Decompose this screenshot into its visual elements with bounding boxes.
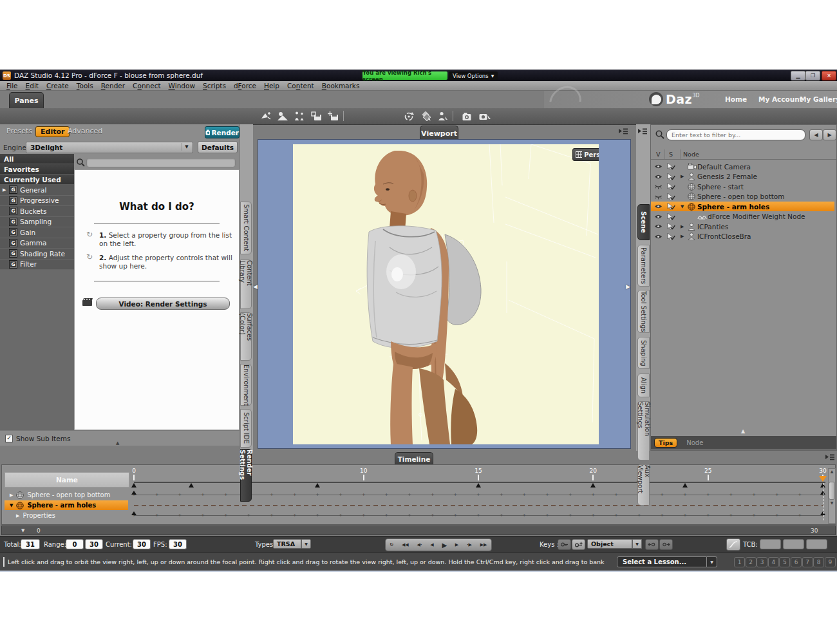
play-range-start-button[interactable]: ◀·	[417, 542, 422, 547]
tab-aux-viewport[interactable]: Aux Viewport	[637, 464, 650, 506]
go-to-start-button[interactable]: ◀◀	[402, 542, 409, 547]
lesson-number-6[interactable]: 6	[791, 557, 802, 567]
lesson-dropdown[interactable]: Select a Lesson...	[617, 556, 707, 567]
lesson-number-5[interactable]: 5	[779, 557, 790, 567]
rotate-tool-icon[interactable]	[402, 110, 416, 122]
scene-pane-options-icon[interactable]	[637, 128, 648, 135]
tab-advanced[interactable]: Advanced	[68, 127, 102, 135]
close-button[interactable]: ✕	[822, 71, 836, 80]
keyframe-marker[interactable]	[131, 491, 136, 495]
lesson-number-8[interactable]: 8	[813, 557, 824, 567]
select-pointer-icon[interactable]	[667, 163, 675, 170]
save-asset-icon[interactable]	[309, 110, 323, 122]
eye-open-icon[interactable]	[654, 174, 663, 180]
tcb-box-1[interactable]	[760, 539, 781, 549]
lesson-number-4[interactable]: 4	[768, 557, 779, 567]
lesson-number-9[interactable]: 9	[825, 557, 836, 567]
link-my-gallery[interactable]: My Gallery	[800, 95, 837, 103]
tab-simulation-settings[interactable]: Simulation Settings	[637, 401, 650, 460]
timeline-pane-options-icon[interactable]	[825, 453, 835, 461]
scene-node-icpanties[interactable]: ▶ICPanties	[651, 222, 834, 231]
create-environment-icon[interactable]	[276, 110, 290, 122]
engine-dropdown[interactable]: 3Delight ▼	[26, 142, 193, 153]
tab-script-ide[interactable]: Script IDE	[240, 409, 252, 448]
menu-edit[interactable]: Edit	[22, 82, 42, 90]
menu-window[interactable]: Window	[165, 82, 199, 90]
view-options-button[interactable]: View Options▼	[449, 71, 498, 80]
keyframe-marker[interactable]	[682, 483, 688, 488]
expander-icon[interactable]: ▼	[681, 204, 684, 209]
render-icon[interactable]	[461, 110, 475, 122]
lesson-number-1[interactable]: 1	[734, 557, 745, 567]
go-to-end-button[interactable]: ▶▶	[480, 542, 487, 547]
eye-open-icon[interactable]	[654, 164, 663, 169]
tab-presets[interactable]: Presets	[6, 127, 32, 135]
keyframe-marker[interactable]	[189, 483, 194, 488]
group-item-sampling[interactable]: GSampling	[0, 217, 74, 228]
expander-icon[interactable]: ▶	[681, 174, 684, 179]
playhead[interactable]	[819, 476, 827, 482]
timeline-scroll-thumb[interactable]	[829, 482, 835, 500]
select-pointer-icon[interactable]	[667, 223, 675, 230]
menu-tools[interactable]: Tools	[73, 82, 97, 90]
show-sub-items-checkbox[interactable]: ✓	[5, 435, 13, 442]
step-back-button[interactable]: ◀	[430, 542, 433, 547]
eye-closed-icon[interactable]	[654, 194, 663, 200]
group-item-gain[interactable]: GGain	[0, 227, 74, 238]
defaults-button[interactable]: Defaults	[198, 141, 238, 153]
group-item-shading-rate[interactable]: GShading Rate	[0, 249, 74, 260]
minimize-button[interactable]: ▁	[791, 71, 805, 80]
timeline-track-sphere-open-top-bottom[interactable]: ▶Sphere - open top bottom	[5, 490, 128, 500]
group-item-gamma[interactable]: GGamma	[0, 238, 74, 249]
play-range-end-button[interactable]: ·▶	[467, 542, 472, 547]
eye-open-icon[interactable]	[654, 234, 663, 240]
menu-bookmarks[interactable]: Bookmarks	[318, 82, 364, 90]
filter-forward-button[interactable]: ▶	[823, 129, 836, 140]
viewport[interactable]: Perspective View ▼ Left	[258, 139, 631, 449]
select-pointer-icon[interactable]	[667, 213, 675, 220]
select-pointer-icon[interactable]	[667, 203, 675, 210]
tab-panes[interactable]: Panes	[9, 92, 44, 109]
lesson-number-7[interactable]: 7	[802, 557, 813, 567]
expander-icon[interactable]: ▶	[681, 224, 684, 229]
menu-file[interactable]: File	[3, 82, 22, 90]
expander-icon[interactable]: ▶	[16, 513, 19, 518]
render-button[interactable]: Render	[205, 126, 240, 138]
play-button[interactable]: ▶	[442, 542, 447, 549]
keys-scope-dropdown[interactable]: Object	[587, 539, 632, 549]
node-selection-icon[interactable]	[435, 110, 449, 122]
tab-scene[interactable]: Scene	[637, 204, 650, 240]
group-item-general[interactable]: ▶GGeneral	[0, 185, 74, 196]
add-key-button[interactable]	[572, 539, 585, 550]
tcb-box-2[interactable]	[783, 539, 804, 549]
tcb-box-3[interactable]	[806, 539, 827, 549]
menu-render[interactable]: Render	[97, 82, 129, 90]
eye-open-icon[interactable]	[654, 204, 663, 209]
select-pointer-icon[interactable]	[667, 183, 675, 190]
keyframe-marker[interactable]	[315, 483, 320, 488]
tab-content-library[interactable]: Content Library	[240, 260, 252, 309]
eye-closed-icon[interactable]	[654, 184, 663, 189]
tab-tool-settings[interactable]: Tool Settings	[637, 290, 650, 333]
nav-item-currently-used[interactable]: Currently Used	[0, 175, 74, 185]
scene-node-sphere-arm-holes[interactable]: ▼Sphere - arm holes	[651, 202, 834, 211]
save-support-asset-icon[interactable]	[326, 110, 340, 122]
lesson-number-3[interactable]: 3	[757, 557, 767, 567]
expander-icon[interactable]: ▶	[681, 234, 684, 239]
chevron-down-icon[interactable]: ▼	[632, 539, 642, 549]
group-item-filter[interactable]: GFilter	[0, 260, 74, 270]
splitter-arrow-icon[interactable]: ▲	[116, 440, 119, 446]
restore-button[interactable]: ❐	[805, 71, 820, 80]
keyframe-marker[interactable]	[590, 483, 596, 488]
tab-environment[interactable]: Environment	[240, 364, 252, 406]
tab-timeline[interactable]: Timeline	[395, 452, 433, 465]
select-pointer-icon[interactable]	[667, 233, 675, 240]
chevron-down-icon[interactable]: ▼	[707, 556, 717, 567]
previous-key-button[interactable]	[645, 539, 659, 550]
splitter-right-arrow-icon[interactable]: ▶	[626, 283, 630, 290]
video-render-settings-button[interactable]: Video: Render Settings	[96, 298, 230, 310]
range-start-input[interactable]	[66, 539, 84, 549]
eye-open-icon[interactable]	[654, 223, 663, 229]
keyframe-marker[interactable]	[476, 483, 481, 488]
nav-item-favorites[interactable]: Favorites	[0, 164, 74, 175]
